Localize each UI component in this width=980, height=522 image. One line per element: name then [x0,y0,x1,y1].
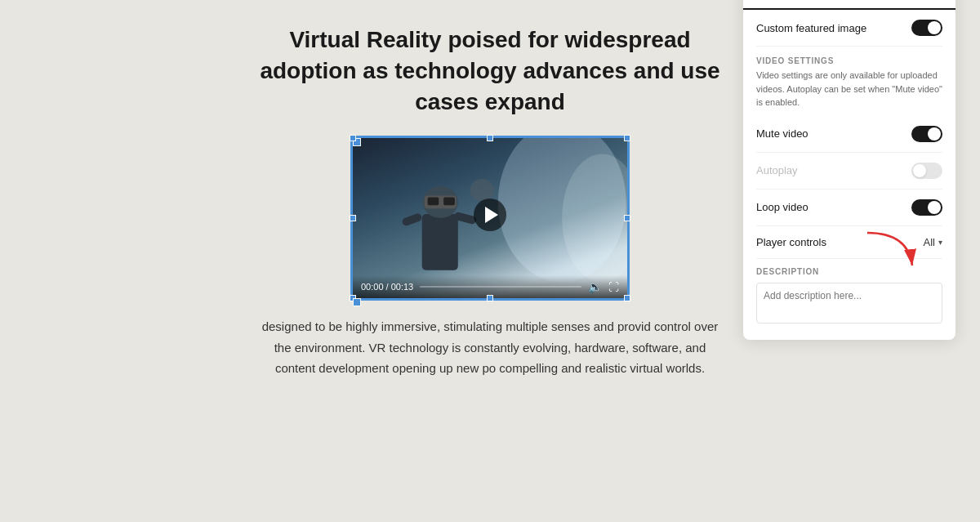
svg-rect-1 [422,214,458,270]
resize-handle-tr[interactable] [624,135,630,141]
resize-handle-tl[interactable] [350,135,356,141]
play-icon [485,207,498,223]
resize-handle-mr[interactable] [624,215,630,221]
description-section: DESCRIPTION [756,259,942,327]
autoplay-row: Autoplay [756,153,942,190]
autoplay-slider [911,163,942,179]
panel-title: Content [756,0,800,1]
custom-featured-image-row: Custom featured image [756,10,942,47]
player-controls-dropdown[interactable]: All ▾ [924,236,942,248]
autoplay-toggle[interactable] [911,163,942,179]
custom-featured-image-toggle[interactable] [911,20,942,36]
loop-video-row: Loop video [756,190,942,226]
resize-handle-bm[interactable] [487,295,493,301]
main-content: Virtual Reality poised for widespread ad… [0,0,980,522]
description-label: DESCRIPTION [756,267,942,276]
panel-header: Content [743,0,956,10]
description-textarea[interactable] [756,283,942,323]
progress-bar[interactable] [420,286,581,288]
mute-video-slider [911,126,942,142]
resize-handle-bl[interactable] [350,295,356,301]
svg-rect-6 [401,212,422,227]
video-player[interactable]: 00:00 / 00:13 🔈 ⛶ [351,136,629,300]
content-panel: Content Custom featured image VIDEO SETT… [743,0,956,340]
custom-featured-image-label: Custom featured image [756,22,866,34]
mute-video-toggle[interactable] [911,126,942,142]
fullscreen-icon[interactable]: ⛶ [608,281,619,293]
mute-video-row: Mute video [756,116,942,153]
mute-video-label: Mute video [756,127,808,140]
video-settings-title: VIDEO SETTINGS [756,47,942,69]
article-body: designed to be highly immersive, stimula… [229,316,751,379]
volume-icon[interactable]: 🔈 [588,280,602,293]
play-button[interactable] [474,199,506,231]
loop-video-toggle[interactable] [911,199,942,216]
resize-handle-ml[interactable] [350,215,356,221]
custom-featured-image-slider [911,20,942,36]
svg-rect-4 [428,198,439,206]
resize-handle-tm[interactable] [487,135,493,141]
svg-rect-5 [443,198,455,206]
video-settings-desc: Video settings are only available for up… [756,69,942,116]
video-time: 00:00 / 00:13 [361,282,413,292]
player-controls-row: Player controls All ▾ [756,226,942,259]
autoplay-label: Autoplay [756,164,798,176]
loop-video-label: Loop video [756,201,808,213]
chevron-down-icon: ▾ [938,238,942,247]
video-thumbnail: 00:00 / 00:13 🔈 ⛶ [353,138,627,298]
article-headline: Virtual Reality poised for widespread ad… [260,25,719,117]
player-controls-value: All [924,236,935,248]
loop-video-slider [911,199,942,216]
panel-body: Custom featured image VIDEO SETTINGS Vid… [743,10,956,340]
player-controls-label: Player controls [756,236,826,248]
resize-handle-br[interactable] [624,295,630,301]
